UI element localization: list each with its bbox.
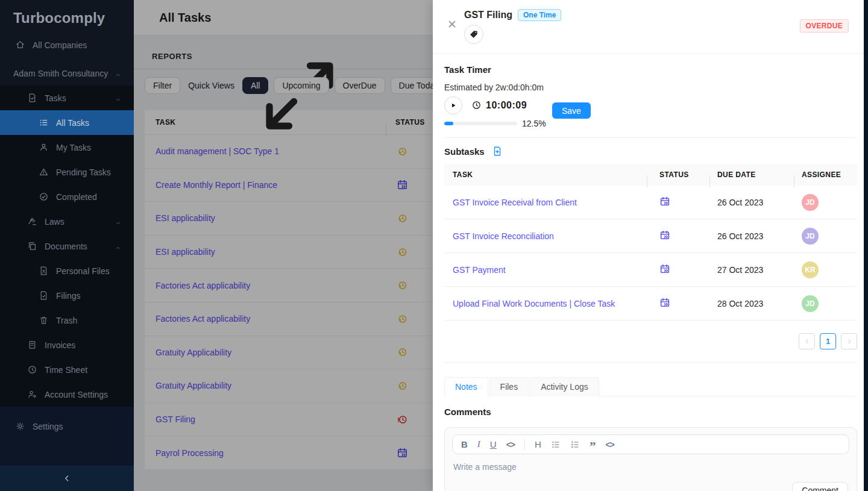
timer-percent: 12.5% [522,119,546,128]
drawer-header: ✕ GST Filing One Time OVERDUE [433,0,868,54]
sidebar-item-company[interactable]: Adam Smith Consultancy [0,61,134,86]
trash-icon [39,315,49,325]
sidebar-item-invoices[interactable]: Invoices [0,333,134,357]
subtask-row[interactable]: GST Payment 27 Oct 2023 KR [444,253,857,287]
subtasks-table-header: TASK STATUS DUE DATE ASSIGNEE [444,164,857,186]
drawer-title-block: GST Filing One Time [464,9,561,44]
column-header-task: TASK [444,170,647,179]
app-window: Turbocomply All Companies Adam Smith Con… [0,0,868,491]
heading-icon[interactable]: H [535,440,541,449]
pagination-prev-button[interactable] [799,333,815,349]
sidebar-item-all-companies[interactable]: All Companies [0,33,134,57]
gear-icon [15,421,25,431]
sidebar-item-all-tasks[interactable]: All Tasks [0,110,134,135]
sidebar-item-label: Pending Tasks [56,167,111,177]
sidebar-item-completed[interactable]: Completed [0,184,134,209]
subtask-row[interactable]: GST Invoice Receival from Client 26 Oct … [444,186,857,219]
pagination-next-button[interactable] [841,333,857,349]
task-doc-icon [27,93,37,103]
tab-files[interactable]: Files [489,377,529,396]
task-timer-section: Task Timer Estimated by 2w:0d:0h:0m 10:0… [444,54,857,138]
assignee-avatar: KR [802,261,819,278]
pagination: 1 [444,333,857,349]
bold-icon[interactable]: B [461,440,468,449]
status-badge: OVERDUE [800,19,849,33]
timer-progress-fill [444,122,453,125]
toolbar-divider [524,439,525,450]
inline-code-icon[interactable]: <> [506,440,515,449]
tag-button[interactable] [464,25,483,44]
check-circle-icon [39,192,49,202]
column-header-status: STATUS [647,170,710,179]
add-subtask-icon[interactable] [492,146,503,157]
upcoming-calendar-icon [659,196,670,207]
comment-button[interactable]: Comment [792,482,848,491]
sidebar-item-label: All Companies [33,40,87,50]
underline-icon[interactable]: U [490,440,497,449]
sidebar-item-label: Documents [45,242,87,251]
bullet-list-icon[interactable] [551,440,561,449]
right-edge-strip [864,0,868,491]
subtask-link[interactable]: GST Payment [453,265,506,275]
chevron-down-icon [115,218,122,225]
sidebar-item-time-sheet[interactable]: Time Sheet [0,357,134,382]
timer-value: 10:00:09 [486,100,527,111]
subtask-row[interactable]: GST Invoice Reconciliation 26 Oct 2023 J… [444,219,857,253]
italic-icon[interactable]: I [477,440,480,449]
warning-icon [39,167,49,177]
quote-icon[interactable]: ” [590,439,596,449]
file-check-icon [39,290,49,301]
ordered-list-icon[interactable] [570,440,580,449]
comment-input[interactable]: Write a message [453,462,848,475]
chevron-up-icon [115,95,122,102]
sidebar-item-label: Settings [33,422,63,431]
sidebar-item-label: Adam Smith Consultancy [13,69,108,78]
sidebar-item-filings[interactable]: Filings [0,283,134,308]
sidebar-item-label: Filings [56,291,80,301]
pagination-page-1[interactable]: 1 [820,333,836,349]
subtask-link[interactable]: Upload Final Work Documents | Close Task [453,299,615,308]
play-icon [449,101,458,110]
sidebar-item-label: Account Settings [45,390,108,399]
upcoming-calendar-icon [659,297,670,308]
close-icon[interactable]: ✕ [447,19,457,30]
chevron-left-icon [804,338,811,345]
divider [444,362,857,363]
subtask-row[interactable]: Upload Final Work Documents | Close Task… [444,287,857,321]
sidebar-item-account-settings[interactable]: Account Settings [0,382,134,407]
sidebar-item-label: Completed [56,192,97,202]
sidebar-item-trash[interactable]: Trash [0,308,134,333]
sidebar-item-personal-files[interactable]: Personal Files [0,258,134,283]
editor-toolbar: B I U <> H ” <> [452,434,849,454]
tab-activity-logs[interactable]: Activity Logs [530,377,599,396]
sidebar-item-settings[interactable]: Settings [0,414,134,439]
sidebar-item-laws[interactable]: Laws [0,209,134,234]
assignee-avatar: JD [802,295,819,312]
save-button[interactable]: Save [552,102,591,119]
invoice-icon [27,340,37,350]
clock-icon [27,364,37,375]
play-button[interactable] [444,96,462,114]
sidebar-item-documents[interactable]: Documents [0,234,134,258]
tab-notes[interactable]: Notes [444,377,488,396]
sidebar-item-label: Laws [45,217,64,227]
drawer-tabs: Notes Files Activity Logs [444,377,857,396]
sidebar-item-my-tasks[interactable]: My Tasks [0,135,134,160]
sidebar-collapse-button[interactable] [0,466,134,491]
subtask-link[interactable]: GST Invoice Reconciliation [453,231,554,241]
code-block-icon[interactable]: <> [605,440,614,449]
subtasks-table: TASK STATUS DUE DATE ASSIGNEE GST Invoic… [444,164,857,321]
chevron-left-icon [62,474,72,483]
sidebar-item-tasks[interactable]: Tasks [0,86,134,110]
sidebar-item-label: Time Sheet [45,365,87,375]
sidebar-item-label: My Tasks [56,143,91,152]
tag-icon [469,30,479,39]
task-timer-heading: Task Timer [444,64,857,75]
sidebar-item-pending-tasks[interactable]: Pending Tasks [0,160,134,184]
sidebar-item-label: Trash [56,316,77,325]
comment-editor: B I U <> H ” <> Write a message Comment [444,427,857,491]
subtasks-heading: Subtasks [444,146,485,157]
subtask-link[interactable]: GST Invoice Receival from Client [453,198,577,207]
user-icon [39,142,49,152]
clock-icon [471,100,482,110]
